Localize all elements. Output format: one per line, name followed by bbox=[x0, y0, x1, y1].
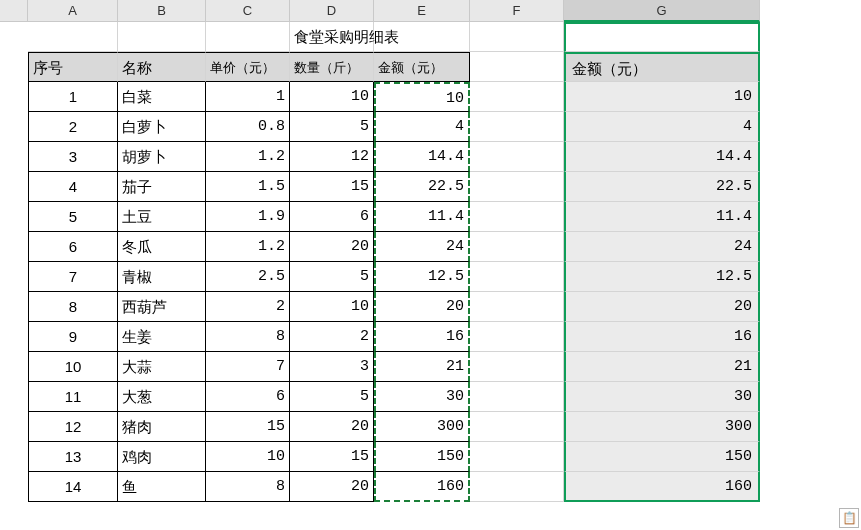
td-seq[interactable]: 2 bbox=[28, 112, 118, 142]
td-amount[interactable]: 4 bbox=[374, 112, 470, 142]
td-seq[interactable]: 6 bbox=[28, 232, 118, 262]
td-g[interactable]: 22.5 bbox=[564, 172, 760, 202]
td-price[interactable]: 15 bbox=[206, 412, 290, 442]
td-price[interactable]: 10 bbox=[206, 442, 290, 472]
td-g[interactable]: 160 bbox=[564, 472, 760, 502]
td-amount[interactable]: 300 bbox=[374, 412, 470, 442]
td-amount[interactable]: 24 bbox=[374, 232, 470, 262]
cell[interactable] bbox=[470, 292, 564, 322]
td-price[interactable]: 2 bbox=[206, 292, 290, 322]
td-amount[interactable]: 14.4 bbox=[374, 142, 470, 172]
td-amount[interactable]: 150 bbox=[374, 442, 470, 472]
td-amount[interactable]: 16 bbox=[374, 322, 470, 352]
th-price[interactable]: 单价（元） bbox=[206, 52, 290, 82]
td-amount[interactable]: 20 bbox=[374, 292, 470, 322]
td-price[interactable]: 1.5 bbox=[206, 172, 290, 202]
col-header-c[interactable]: C bbox=[206, 0, 290, 22]
td-price[interactable]: 1.9 bbox=[206, 202, 290, 232]
td-seq[interactable]: 13 bbox=[28, 442, 118, 472]
td-qty[interactable]: 5 bbox=[290, 112, 374, 142]
select-all-corner[interactable] bbox=[0, 0, 28, 22]
td-price[interactable]: 2.5 bbox=[206, 262, 290, 292]
td-seq[interactable]: 1 bbox=[28, 82, 118, 112]
cell[interactable] bbox=[470, 22, 564, 52]
td-name[interactable]: 白菜 bbox=[118, 82, 206, 112]
td-price[interactable]: 8 bbox=[206, 472, 290, 502]
paste-options-icon[interactable]: 📋 bbox=[839, 508, 859, 528]
g-header[interactable]: 金额（元） bbox=[564, 52, 760, 82]
td-qty[interactable]: 20 bbox=[290, 412, 374, 442]
td-seq[interactable]: 5 bbox=[28, 202, 118, 232]
td-g[interactable]: 300 bbox=[564, 412, 760, 442]
cell[interactable] bbox=[470, 112, 564, 142]
td-name[interactable]: 白萝卜 bbox=[118, 112, 206, 142]
cell[interactable] bbox=[470, 232, 564, 262]
td-price[interactable]: 7 bbox=[206, 352, 290, 382]
cell[interactable] bbox=[470, 82, 564, 112]
td-qty[interactable]: 12 bbox=[290, 142, 374, 172]
td-seq[interactable]: 4 bbox=[28, 172, 118, 202]
td-seq[interactable]: 7 bbox=[28, 262, 118, 292]
cell[interactable] bbox=[470, 472, 564, 502]
col-header-d[interactable]: D bbox=[290, 0, 374, 22]
col-header-e[interactable]: E bbox=[374, 0, 470, 22]
td-g[interactable]: 11.4 bbox=[564, 202, 760, 232]
th-seq[interactable]: 序号 bbox=[28, 52, 118, 82]
td-g[interactable]: 10 bbox=[564, 82, 760, 112]
td-qty[interactable]: 10 bbox=[290, 82, 374, 112]
cell[interactable] bbox=[28, 22, 118, 52]
cell[interactable] bbox=[470, 202, 564, 232]
cell[interactable] bbox=[206, 22, 290, 52]
cell[interactable] bbox=[470, 322, 564, 352]
col-header-b[interactable]: B bbox=[118, 0, 206, 22]
td-g[interactable]: 14.4 bbox=[564, 142, 760, 172]
cell[interactable] bbox=[470, 412, 564, 442]
td-name[interactable]: 茄子 bbox=[118, 172, 206, 202]
cell[interactable] bbox=[470, 262, 564, 292]
td-name[interactable]: 生姜 bbox=[118, 322, 206, 352]
td-seq[interactable]: 14 bbox=[28, 472, 118, 502]
td-amount[interactable]: 11.4 bbox=[374, 202, 470, 232]
td-price[interactable]: 6 bbox=[206, 382, 290, 412]
td-amount[interactable]: 10 bbox=[374, 82, 470, 112]
td-qty[interactable]: 5 bbox=[290, 382, 374, 412]
td-name[interactable]: 胡萝卜 bbox=[118, 142, 206, 172]
td-name[interactable]: 鸡肉 bbox=[118, 442, 206, 472]
th-name[interactable]: 名称 bbox=[118, 52, 206, 82]
td-qty[interactable]: 15 bbox=[290, 442, 374, 472]
col-header-a[interactable]: A bbox=[28, 0, 118, 22]
td-qty[interactable]: 15 bbox=[290, 172, 374, 202]
td-name[interactable]: 青椒 bbox=[118, 262, 206, 292]
td-g[interactable]: 150 bbox=[564, 442, 760, 472]
td-qty[interactable]: 20 bbox=[290, 232, 374, 262]
cell[interactable] bbox=[470, 52, 564, 82]
td-name[interactable]: 鱼 bbox=[118, 472, 206, 502]
cell[interactable] bbox=[118, 22, 206, 52]
td-seq[interactable]: 10 bbox=[28, 352, 118, 382]
td-amount[interactable]: 21 bbox=[374, 352, 470, 382]
td-seq[interactable]: 12 bbox=[28, 412, 118, 442]
td-seq[interactable]: 3 bbox=[28, 142, 118, 172]
col-header-g[interactable]: G bbox=[564, 0, 760, 22]
td-amount[interactable]: 160 bbox=[374, 472, 470, 502]
td-qty[interactable]: 6 bbox=[290, 202, 374, 232]
td-qty[interactable]: 5 bbox=[290, 262, 374, 292]
td-g[interactable]: 24 bbox=[564, 232, 760, 262]
spreadsheet-grid[interactable]: A B C D E F G 食堂采购明细表 序号 名称 单价（元） 数量（斤） … bbox=[0, 0, 861, 502]
td-g[interactable]: 16 bbox=[564, 322, 760, 352]
td-amount[interactable]: 22.5 bbox=[374, 172, 470, 202]
table-title[interactable]: 食堂采购明细表 bbox=[290, 22, 374, 52]
cell[interactable] bbox=[564, 22, 760, 52]
td-g[interactable]: 20 bbox=[564, 292, 760, 322]
td-g[interactable]: 4 bbox=[564, 112, 760, 142]
cell[interactable] bbox=[470, 442, 564, 472]
td-qty[interactable]: 2 bbox=[290, 322, 374, 352]
td-g[interactable]: 12.5 bbox=[564, 262, 760, 292]
td-seq[interactable]: 9 bbox=[28, 322, 118, 352]
td-amount[interactable]: 12.5 bbox=[374, 262, 470, 292]
td-qty[interactable]: 3 bbox=[290, 352, 374, 382]
td-seq[interactable]: 8 bbox=[28, 292, 118, 322]
td-qty[interactable]: 10 bbox=[290, 292, 374, 322]
td-name[interactable]: 冬瓜 bbox=[118, 232, 206, 262]
td-name[interactable]: 大葱 bbox=[118, 382, 206, 412]
